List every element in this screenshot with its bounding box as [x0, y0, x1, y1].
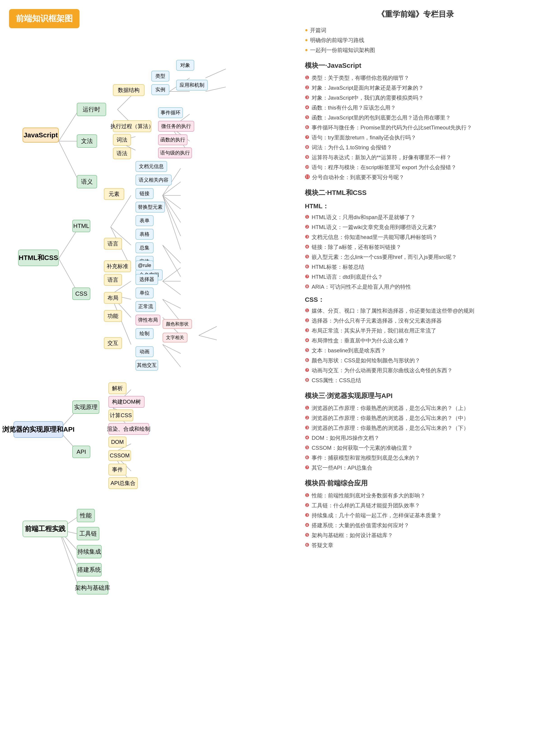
- m1-bullet-9: ❾: [305, 153, 309, 161]
- right-panel: 《重学前端》专栏目录 ● 开篇词 ● 明确你的前端学习路线 ● 一起列一份前端知…: [289, 0, 542, 756]
- m1-item-6: ❻ 事件循环与微任务：Promise里的代码为什么比setTimeout先执行？: [303, 124, 528, 132]
- micro-node: 微任务的执行: [158, 121, 194, 132]
- css-other-node: 其他交互: [135, 360, 158, 371]
- m3-bullet-7: ❼: [305, 464, 309, 471]
- svg-line-24: [163, 195, 181, 222]
- css-group: ❶ 媒体、分页、视口：除了属性和选择器，你还要知道这些带@的规则 ❷ 选择器：为…: [303, 307, 528, 384]
- svg-line-2: [59, 141, 79, 182]
- css-bullet-3: ❸: [305, 327, 309, 334]
- html-bullet-7: ❼: [305, 273, 309, 280]
- css-func-node: 功能: [104, 310, 122, 322]
- svg-line-26: [163, 195, 181, 250]
- browser-render-node: 渲染、合成和绘制: [108, 423, 149, 435]
- stmt-node: 语句级的执行: [158, 147, 192, 158]
- css-item-1: ❶ 媒体、分页、视口：除了属性和选择器，你还要知道这些带@的规则: [303, 307, 528, 315]
- mindmap: JavaScript 运行时 文法 语义 数据结构 类型 对象 实例 应用和机制…: [9, 42, 285, 742]
- m1-item-9: ❾ 运算符与表达式：新加入的**运算符，好像有哪里不一样？: [303, 153, 528, 161]
- css-item-5: ❺ 文本：baseline到底是啥东西？: [303, 346, 528, 355]
- css-bullet-6: ❻: [305, 356, 309, 364]
- html-bullet-5: ❺: [305, 253, 309, 260]
- html-item-3: ❸ 文档元信息：你知道head里一共能写哪几种标签吗？: [303, 233, 528, 241]
- css-bullet-2: ❷: [305, 317, 309, 324]
- browser-css-node: 计算CSS: [108, 410, 133, 421]
- grammar-node: 语法: [113, 147, 131, 159]
- css-animation-node: 动画: [135, 346, 154, 357]
- eng-arch-node: 架构与基础库: [77, 581, 108, 595]
- eng-tools-node: 工具链: [77, 527, 99, 540]
- html-element-node: 元素: [104, 188, 124, 200]
- eng-perf-node: 性能: [77, 509, 95, 522]
- left-panel: 前端知识框架图: [0, 0, 289, 756]
- html-node: HTML: [72, 220, 90, 232]
- mindmap-svg: [9, 42, 285, 742]
- html-table-node: 表格: [135, 229, 154, 240]
- bullet-3: ●: [305, 46, 308, 54]
- html-bullet-1: ❶: [305, 213, 309, 221]
- module3-group: ❶ 浏览器的工作原理：你最熟悉的浏览器，是怎么写出来的？（上） ❷ 浏览器的工作…: [303, 404, 528, 472]
- css-selector-node: 选择器: [135, 274, 158, 285]
- html-item-5: ❺ 嵌入型元素：怎么link一个css要用href，而引入js要用src呢？: [303, 253, 528, 261]
- svg-line-35: [163, 281, 181, 295]
- browser-domtree-node: 构建DOM树: [108, 396, 145, 408]
- m3-item-2: ❷ 浏览器的工作原理：你最熟悉的浏览器，是怎么写出来的？（中）: [303, 414, 528, 422]
- m1-item-11: ⓫ 分号自动补全：到底要不要写分号呢？: [303, 173, 528, 181]
- m4-item-2: ❷ 工具链：什么样的工具链才能提升团队效率？: [303, 501, 528, 510]
- js-node: JavaScript: [23, 128, 59, 143]
- m1-item-3: ❸ 对象：JavaScript中，我们真的需要模拟类吗？: [303, 94, 528, 102]
- m4-item-1: ❶ 性能：前端性能到底对业务数据有多大的影响？: [303, 492, 528, 500]
- m1-bullet-2: ❷: [305, 84, 309, 91]
- css-bullet-7: ❼: [305, 366, 309, 374]
- m1-bullet-8: ❽: [305, 143, 309, 151]
- m1-bullet-4: ❹: [305, 104, 309, 111]
- object-node: 对象: [176, 60, 194, 71]
- css-bullet-5: ❺: [305, 346, 309, 354]
- m4-item-6: ❻ 答疑文章: [303, 541, 528, 549]
- svg-line-25: [163, 195, 181, 236]
- bullet-1: ●: [305, 26, 308, 34]
- css-lang-node: 语言: [104, 274, 122, 286]
- html-meta-node: 文档元信息: [135, 161, 167, 172]
- svg-line-0: [59, 110, 79, 141]
- css-bullet-1: ❶: [305, 307, 309, 314]
- exec-node: 执行过程（算法）: [113, 120, 151, 132]
- semantic-node: 语义: [77, 175, 97, 188]
- svg-line-33: [163, 268, 181, 281]
- css-item-4: ❹ 布局弹性盒：垂直居中中为什么这么难？: [303, 337, 528, 345]
- lexical-node: 词法: [113, 134, 131, 146]
- m1-item-4: ❹ 函数：this有什么用？应该怎么用？: [303, 104, 528, 112]
- syntax-node: 文法: [77, 134, 97, 148]
- css-bullet-4: ❹: [305, 337, 309, 344]
- css-text-node: 文字相关: [163, 333, 187, 342]
- module4-title: 模块四·前端综合应用: [303, 479, 528, 488]
- svg-line-17: [111, 195, 131, 227]
- app-node: 应用和机制: [176, 80, 208, 91]
- m1-bullet-6: ❻: [305, 124, 309, 131]
- runtime-node: 运行时: [77, 103, 106, 116]
- svg-line-39: [199, 326, 217, 335]
- html-link-node: 链接: [135, 188, 154, 199]
- m3-bullet-4: ❹: [305, 434, 309, 441]
- browser-event-node: 事件: [108, 464, 126, 475]
- m4-bullet-5: ❺: [305, 531, 309, 539]
- m4-item-3: ❸ 持续集成：几十个前端一起工作，怎样保证基本质量？: [303, 511, 528, 520]
- html-bullet-2: ❷: [305, 223, 309, 231]
- html-subtitle: HTML：: [303, 202, 528, 211]
- m4-item-5: ❺ 架构与基础框：如何设计基础库？: [303, 531, 528, 539]
- intro-group: ● 开篇词 ● 明确你的前端学习路线 ● 一起列一份前端知识架构图: [303, 26, 528, 54]
- m3-item-3: ❸ 浏览器的工作原理：你最熟悉的浏览器，是怎么写出来的？（下）: [303, 424, 528, 432]
- data-node: 数据结构: [113, 84, 145, 96]
- svg-line-41: [163, 344, 181, 353]
- intro-item-2: ● 明确你的前端学习路线: [303, 36, 528, 44]
- svg-line-23: [163, 195, 181, 209]
- html-lang-node: 语言: [104, 238, 122, 250]
- m3-item-6: ❻ 事件：捕获模型和冒泡模型到底是怎么来的？: [303, 454, 528, 462]
- browser-api-node: API: [72, 446, 90, 458]
- browser-parse-node: 解析: [108, 382, 126, 394]
- m1-bullet-10: ❿: [305, 163, 309, 171]
- css-item-8: ❽ CSS属性：CSS总结: [303, 376, 528, 384]
- svg-line-42: [163, 344, 181, 367]
- m1-item-7: ❼ 语句：try里面放return，finally还会执行吗？: [303, 133, 528, 142]
- html-replace-node: 替换型元素: [135, 202, 165, 213]
- func-node: 函数的执行: [158, 134, 187, 145]
- m3-item-4: ❹ DOM：如何用JS操作文档？: [303, 434, 528, 442]
